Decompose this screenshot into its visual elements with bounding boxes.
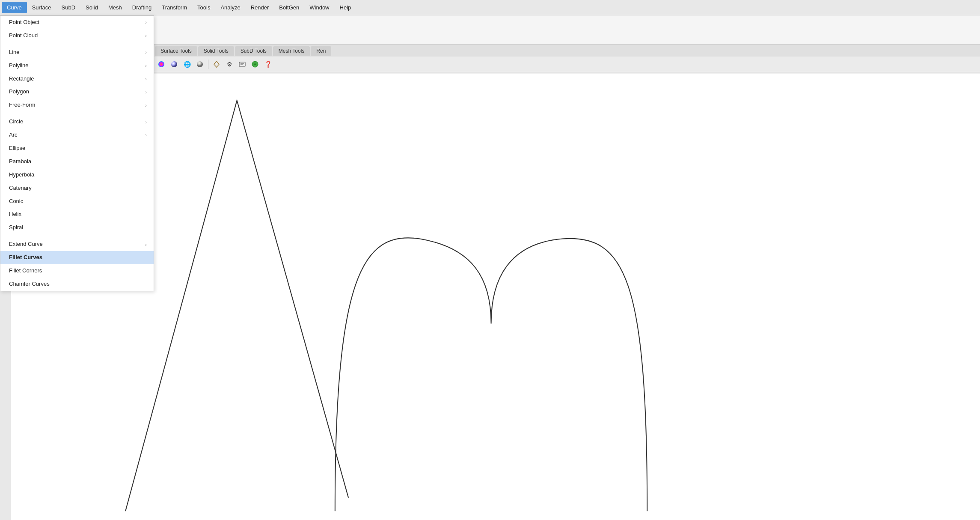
svg-point-19 xyxy=(197,61,203,67)
menu-item-ellipse[interactable]: Ellipse xyxy=(0,142,154,155)
disc-icon[interactable] xyxy=(249,58,261,70)
svg-point-18 xyxy=(171,61,177,67)
tab-solid-tools[interactable]: Solid Tools xyxy=(198,46,234,56)
arrow-icon: › xyxy=(145,89,147,95)
viewport[interactable] xyxy=(11,74,980,520)
arrow-icon: › xyxy=(145,19,147,25)
menu-curve[interactable]: Curve xyxy=(2,2,27,13)
arrow-icon: › xyxy=(145,63,147,69)
menu-item-parabola[interactable]: Parabola xyxy=(0,155,154,168)
menu-item-fillet-corners[interactable]: Fillet Corners xyxy=(0,264,154,278)
arrow-icon: › xyxy=(145,49,147,55)
menu-item-hyperbola[interactable]: Hyperbola xyxy=(0,168,154,182)
menu-item-polyline[interactable]: Polyline › xyxy=(0,59,154,72)
tab-mesh-tools[interactable]: Mesh Tools xyxy=(273,46,310,56)
arrow-icon: › xyxy=(145,33,147,39)
menu-item-polygon[interactable]: Polygon › xyxy=(0,85,154,99)
menu-window[interactable]: Window xyxy=(304,2,334,13)
arrow-icon: › xyxy=(145,76,147,82)
menu-item-fillet-curves[interactable]: Fillet Curves xyxy=(0,251,154,264)
settings-icon[interactable]: ⚙ xyxy=(223,58,235,70)
menu-item-circle[interactable]: Circle › xyxy=(0,115,154,129)
menu-subd[interactable]: SubD xyxy=(56,2,81,13)
menu-tools[interactable]: Tools xyxy=(192,2,215,13)
menu-boltgen[interactable]: BoltGen xyxy=(274,2,304,13)
arrow-icon: › xyxy=(145,119,147,125)
dropdown-menu: Point Object › Point Cloud › Line › Poly… xyxy=(0,15,154,291)
menu-item-spiral[interactable]: Spiral xyxy=(0,221,154,234)
arrow-icon: › xyxy=(145,102,147,108)
menu-solid[interactable]: Solid xyxy=(80,2,103,13)
display-settings-icon[interactable] xyxy=(236,58,248,70)
arrow-icon: › xyxy=(145,242,147,248)
menu-item-helix[interactable]: Helix xyxy=(0,208,154,221)
arrow-icon: › xyxy=(145,132,147,138)
menu-render[interactable]: Render xyxy=(246,2,274,13)
menu-bar: Curve Surface SubD Solid Mesh Drafting T… xyxy=(0,0,980,15)
svg-point-25 xyxy=(254,63,256,65)
render-sphere-icon[interactable] xyxy=(168,58,180,70)
diamond-icon[interactable] xyxy=(211,58,223,70)
menu-help[interactable]: Help xyxy=(335,2,356,13)
svg-rect-21 xyxy=(239,62,245,66)
menu-item-extend-curve[interactable]: Extend Curve › xyxy=(0,238,154,251)
svg-marker-20 xyxy=(214,61,219,67)
menu-surface[interactable]: Surface xyxy=(27,2,56,13)
menu-item-point-cloud[interactable]: Point Cloud › xyxy=(0,29,154,42)
menu-transform[interactable]: Transform xyxy=(157,2,192,13)
menu-item-catenary[interactable]: Catenary xyxy=(0,182,154,195)
menu-mesh[interactable]: Mesh xyxy=(103,2,127,13)
render-icon[interactable] xyxy=(194,58,206,70)
left-curve-shape xyxy=(125,101,348,511)
help-icon[interactable]: ❓ xyxy=(262,58,274,70)
tab-ren[interactable]: Ren xyxy=(311,46,331,56)
menu-drafting[interactable]: Drafting xyxy=(127,2,157,13)
menu-item-conic[interactable]: Conic xyxy=(0,195,154,208)
right-curve-shape xyxy=(335,238,647,511)
globe-icon[interactable]: 🌐 xyxy=(181,58,193,70)
menu-analyze[interactable]: Analyze xyxy=(215,2,245,13)
menu-item-arc[interactable]: Arc › xyxy=(0,129,154,142)
viewport-canvas xyxy=(11,74,980,520)
menu-item-line[interactable]: Line › xyxy=(0,46,154,59)
menu-item-chamfer-curves[interactable]: Chamfer Curves xyxy=(0,278,154,291)
tab-surface-tools[interactable]: Surface Tools xyxy=(155,46,197,56)
menu-item-point-object[interactable]: Point Object › xyxy=(0,16,154,29)
tab-subd-tools[interactable]: SubD Tools xyxy=(235,46,272,56)
menu-item-rectangle[interactable]: Rectangle › xyxy=(0,72,154,86)
color-icon[interactable] xyxy=(155,58,167,70)
svg-point-17 xyxy=(158,61,164,67)
menu-item-free-form[interactable]: Free-Form › xyxy=(0,99,154,112)
